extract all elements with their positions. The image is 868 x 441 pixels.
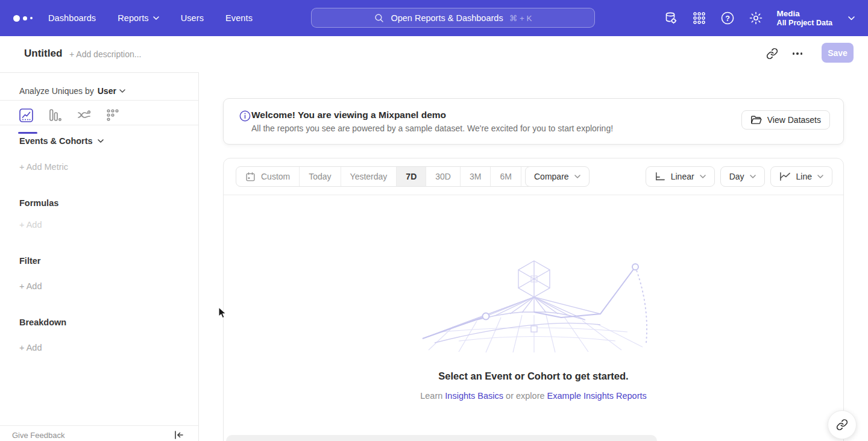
date-range-7d[interactable]: 7D xyxy=(397,167,426,186)
insights-basics-link[interactable]: Insights Basics xyxy=(445,391,503,401)
apps-grid-icon[interactable] xyxy=(692,11,706,25)
query-builder-sidebar: Analyze Uniques by User xyxy=(0,72,199,441)
add-description-field[interactable]: + Add description... xyxy=(69,49,141,59)
report-card: Custom Today Yesterday 7D 30D 3M 6M 12M … xyxy=(223,158,844,441)
nav-item-users[interactable]: Users xyxy=(181,13,204,23)
date-range-today[interactable]: Today xyxy=(300,167,341,186)
chevron-down-icon xyxy=(700,175,706,178)
logo-dot xyxy=(13,15,20,22)
scale-selector[interactable]: Linear xyxy=(646,166,715,187)
give-feedback-link[interactable]: Give Feedback xyxy=(12,431,64,440)
filter-section: Filter xyxy=(19,256,40,266)
date-range-6m[interactable]: 6M xyxy=(491,167,521,186)
save-button[interactable]: Save xyxy=(822,43,854,63)
top-nav: Dashboards Reports Users Events Open Rep… xyxy=(0,0,868,36)
add-breakdown-button[interactable]: + Add xyxy=(19,343,42,352)
scale-label: Linear xyxy=(671,172,694,181)
share-link-fab[interactable] xyxy=(828,410,857,439)
tab-flow-chart[interactable] xyxy=(76,108,92,132)
chevron-down-icon xyxy=(750,175,756,178)
formulas-section: Formulas xyxy=(19,198,58,208)
info-icon xyxy=(239,110,251,122)
data-management-icon[interactable] xyxy=(664,11,678,25)
interval-label: Day xyxy=(729,172,744,181)
divider xyxy=(0,100,199,101)
formulas-label: Formulas xyxy=(19,198,58,208)
link-icon xyxy=(836,419,848,431)
chart-display-controls: Linear Day Line xyxy=(646,166,832,187)
welcome-banner: Welcome! You are viewing a Mixpanel demo… xyxy=(223,98,844,145)
view-datasets-button[interactable]: View Datasets xyxy=(741,110,830,130)
date-range-custom-label: Custom xyxy=(261,172,290,181)
chevron-down-icon xyxy=(574,175,580,178)
tab-line-chart[interactable] xyxy=(18,108,34,132)
events-cohorts-section[interactable]: Events & Cohorts xyxy=(19,136,104,146)
mixpanel-logo[interactable] xyxy=(13,15,41,22)
date-range-30d[interactable]: 30D xyxy=(426,167,461,186)
project-name: Media xyxy=(777,8,832,19)
add-filter-button[interactable]: + Add xyxy=(19,281,42,291)
search-icon xyxy=(374,13,385,23)
view-datasets-label: View Datasets xyxy=(767,115,821,125)
tab-bar-chart[interactable] xyxy=(47,108,63,132)
divider xyxy=(0,425,199,426)
banner-title: Welcome! You are viewing a Mixpanel demo xyxy=(251,110,446,120)
app-window: Dashboards Reports Users Events Open Rep… xyxy=(0,0,868,441)
add-metric-button[interactable]: + Add Metric xyxy=(19,162,68,172)
report-title[interactable]: Untitled xyxy=(24,48,62,60)
folder-icon xyxy=(750,115,762,125)
copy-link-icon[interactable] xyxy=(763,45,781,63)
report-header: Untitled + Add description... Save xyxy=(0,36,868,72)
selected-tab-underline xyxy=(18,132,37,134)
example-insights-reports-link[interactable]: Example Insights Reports xyxy=(547,391,647,401)
chevron-down-icon xyxy=(848,16,855,20)
empty-state-hint: Learn Insights Basics or explore Example… xyxy=(224,391,843,401)
date-range-3m[interactable]: 3M xyxy=(461,167,491,186)
nav-right-cluster: ? Media All Project Data xyxy=(664,0,868,36)
svg-text:?: ? xyxy=(725,14,730,23)
analyze-by-value: User xyxy=(98,86,116,96)
nav-item-reports[interactable]: Reports xyxy=(118,13,159,23)
nav-item-reports-label: Reports xyxy=(118,13,148,23)
date-range-yesterday[interactable]: Yesterday xyxy=(341,167,397,186)
date-range-custom[interactable]: Custom xyxy=(236,167,300,186)
search-shortcut: ⌘ + K xyxy=(509,13,532,23)
analyze-uniques-row: Analyze Uniques by User xyxy=(19,86,125,96)
nav-item-events[interactable]: Events xyxy=(225,13,253,23)
settings-gear-icon[interactable] xyxy=(749,11,763,25)
project-scope: All Project Data xyxy=(777,19,832,28)
logo-dot xyxy=(23,16,27,20)
analyze-label: Analyze Uniques by xyxy=(19,86,94,96)
interval-selector[interactable]: Day xyxy=(720,166,765,187)
line-chart-icon xyxy=(779,172,791,181)
collapse-sidebar-icon[interactable] xyxy=(172,428,186,441)
chart-type-tabs xyxy=(18,108,121,132)
divider xyxy=(224,195,843,195)
empty-state-title: Select an Event or Cohort to get started… xyxy=(224,371,843,382)
logo-dot xyxy=(30,17,33,19)
breakdown-section: Breakdown xyxy=(19,317,66,327)
date-range-control: Custom Today Yesterday 7D 30D 3M 6M 12M xyxy=(236,166,556,187)
chevron-down-icon xyxy=(98,139,104,143)
nav-item-dashboards[interactable]: Dashboards xyxy=(48,13,96,23)
tab-scatter-chart[interactable] xyxy=(105,108,121,132)
axes-icon xyxy=(655,172,665,181)
hint-prefix: Learn xyxy=(420,391,442,401)
compare-label: Compare xyxy=(534,172,569,181)
divider xyxy=(0,125,199,125)
chart-type-label: Line xyxy=(796,172,812,181)
global-search[interactable]: Open Reports & Dashboards ⌘ + K xyxy=(311,8,595,28)
more-options-icon[interactable] xyxy=(788,45,807,63)
analyze-by-selector[interactable]: User xyxy=(98,86,125,96)
bottom-panel-edge[interactable] xyxy=(226,435,657,441)
chart-type-selector[interactable]: Line xyxy=(770,166,832,187)
chevron-down-icon xyxy=(817,175,823,178)
calendar-icon xyxy=(245,172,256,182)
chart-controls-row: Custom Today Yesterday 7D 30D 3M 6M 12M … xyxy=(224,158,843,195)
help-icon[interactable]: ? xyxy=(720,11,735,25)
project-switcher[interactable]: Media All Project Data xyxy=(777,8,855,28)
events-cohorts-label: Events & Cohorts xyxy=(19,136,93,146)
filter-label: Filter xyxy=(19,256,40,266)
compare-button[interactable]: Compare xyxy=(525,166,590,187)
add-formula-button[interactable]: + Add xyxy=(19,220,42,230)
